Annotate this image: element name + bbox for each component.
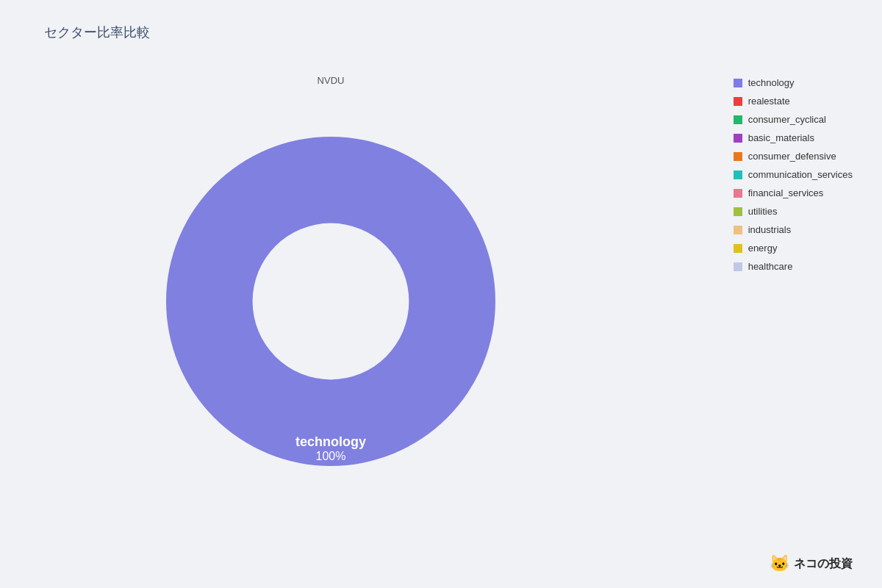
legend-color-energy — [734, 244, 742, 253]
legend-item-utilities: utilities — [734, 206, 853, 217]
legend-item-consumer_defensive: consumer_defensive — [734, 151, 853, 162]
svg-point-1 — [253, 223, 409, 380]
legend-label-consumer_defensive: consumer_defensive — [748, 151, 836, 162]
legend-item-technology: technology — [734, 77, 853, 88]
legend-label-consumer_cyclical: consumer_cyclical — [748, 114, 826, 125]
legend-item-industrials: industrials — [734, 224, 853, 235]
cat-icon: 🐱 — [770, 554, 789, 573]
legend-label-communication_services: communication_services — [748, 169, 853, 180]
legend-label-utilities: utilities — [748, 206, 778, 217]
legend-label-basic_materials: basic_materials — [748, 132, 814, 143]
legend-color-healthcare — [734, 262, 742, 271]
legend-label-financial_services: financial_services — [748, 187, 824, 198]
legend-color-basic_materials — [734, 134, 742, 143]
legend-color-industrials — [734, 226, 742, 234]
legend-color-financial_services — [734, 189, 742, 198]
legend-item-consumer_cyclical: consumer_cyclical — [734, 114, 853, 125]
legend-color-realestate — [734, 97, 742, 106]
legend-color-technology — [734, 79, 742, 87]
legend-label-realestate: realestate — [748, 96, 790, 107]
legend-item-realestate: realestate — [734, 96, 853, 107]
legend-color-consumer_defensive — [734, 152, 742, 161]
legend-color-utilities — [734, 207, 742, 216]
legend-label-energy: energy — [748, 243, 778, 254]
legend-label-industrials: industrials — [748, 224, 792, 235]
legend-item-energy: energy — [734, 243, 853, 254]
legend-item-basic_materials: basic_materials — [734, 132, 853, 143]
legend: technologyrealestateconsumer_cyclicalbas… — [734, 77, 853, 272]
legend-label-technology: technology — [748, 77, 795, 88]
legend-color-consumer_cyclical — [734, 115, 742, 124]
branding-text: ネコの投資 — [794, 556, 853, 572]
chart-container: NVDU technology 100% — [44, 51, 617, 551]
branding: 🐱 ネコの投資 — [770, 554, 853, 573]
legend-item-healthcare: healthcare — [734, 261, 853, 272]
legend-item-financial_services: financial_services — [734, 187, 853, 198]
page-title: セクター比率比較 — [44, 24, 150, 41]
legend-color-communication_services — [734, 171, 742, 179]
legend-item-communication_services: communication_services — [734, 169, 853, 180]
legend-label-healthcare: healthcare — [748, 261, 793, 272]
donut-wrapper: NVDU technology 100% — [125, 96, 537, 507]
ticker-label: NVDU — [318, 75, 345, 86]
